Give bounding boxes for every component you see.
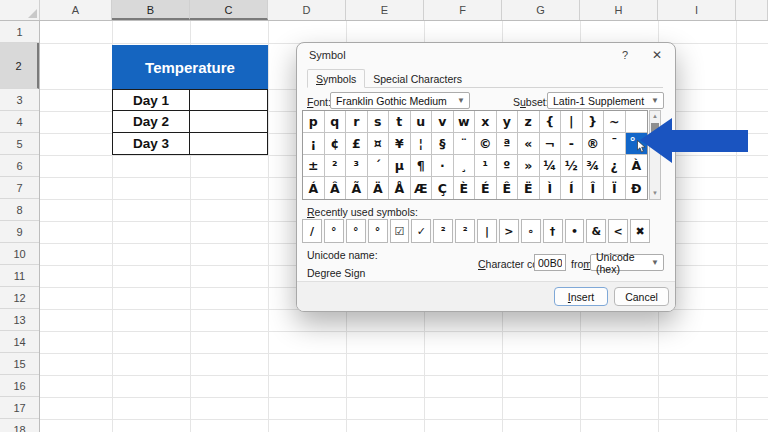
symbol-cell[interactable]: t	[389, 111, 411, 133]
table-header-cell[interactable]: Temperature	[112, 45, 268, 89]
symbol-cell[interactable]: |	[561, 111, 583, 133]
scrollbar-thumb[interactable]	[651, 123, 659, 145]
symbol-cell[interactable]: Á	[303, 177, 325, 199]
scroll-down-icon[interactable]: ▼	[650, 189, 660, 198]
symbol-cell[interactable]: ¶	[411, 155, 433, 177]
column-header[interactable]	[736, 0, 768, 20]
cancel-button[interactable]: Cancel	[614, 287, 669, 306]
insert-button[interactable]: Insert	[554, 287, 608, 306]
symbol-cell[interactable]: Ë	[518, 177, 540, 199]
symbol-cell[interactable]: É	[475, 177, 497, 199]
symbol-cell[interactable]: ¡	[303, 133, 325, 155]
symbol-cell[interactable]: ¢	[325, 133, 347, 155]
from-dropdown[interactable]: Unicode (hex) ▼	[590, 254, 664, 271]
character-code-input[interactable]	[534, 254, 566, 271]
scroll-up-icon[interactable]: ▲	[650, 112, 660, 121]
symbol-cell[interactable]: Ç	[432, 177, 454, 199]
help-icon[interactable]: ?	[617, 47, 633, 63]
symbol-cell[interactable]: ª	[497, 133, 519, 155]
row-header[interactable]: 11	[0, 265, 39, 287]
symbol-cell[interactable]: Í	[561, 177, 583, 199]
symbol-cell[interactable]: ´	[368, 155, 390, 177]
tab-symbols[interactable]: Symbols	[307, 69, 365, 88]
symbol-cell[interactable]: ®	[583, 133, 605, 155]
column-header[interactable]: G	[502, 0, 580, 20]
symbol-cell[interactable]: ½	[561, 155, 583, 177]
symbol-cell[interactable]: Ã	[346, 177, 368, 199]
symbol-cell[interactable]: ²	[325, 155, 347, 177]
row-header[interactable]: 3	[0, 89, 39, 111]
symbol-cell[interactable]: Å	[389, 177, 411, 199]
symbol-cell[interactable]: s	[368, 111, 390, 133]
symbol-cell[interactable]: ¹	[475, 155, 497, 177]
recent-symbol-cell[interactable]: &	[586, 219, 606, 243]
symbol-cell[interactable]: w	[454, 111, 476, 133]
recent-symbol-cell[interactable]: /	[302, 219, 322, 243]
table-row-label[interactable]: Day 1	[113, 90, 190, 111]
tab-special-characters[interactable]: Special Characters	[365, 70, 470, 87]
symbol-cell[interactable]: Î	[583, 177, 605, 199]
symbol-cell[interactable]: ¼	[540, 155, 562, 177]
column-header[interactable]: I	[658, 0, 736, 20]
symbol-cell[interactable]: }	[583, 111, 605, 133]
symbol-cell[interactable]: Ï	[604, 177, 626, 199]
row-header[interactable]: 4	[0, 111, 39, 133]
symbol-cell[interactable]: ¬	[540, 133, 562, 155]
symbol-cell[interactable]: ¨	[454, 133, 476, 155]
recent-symbol-cell[interactable]: |	[477, 219, 497, 243]
symbol-cell[interactable]: p	[303, 111, 325, 133]
table-row-label[interactable]: Day 2	[113, 111, 190, 132]
row-header[interactable]: 17	[0, 397, 39, 419]
symbol-cell[interactable]	[626, 111, 648, 133]
symbol-cell[interactable]: Ð	[626, 177, 648, 199]
recent-symbol-cell[interactable]: ✖	[630, 219, 650, 243]
recent-symbol-cell[interactable]: ∘	[521, 219, 541, 243]
symbol-cell[interactable]: ¿	[604, 155, 626, 177]
close-icon[interactable]: ✕	[649, 47, 665, 63]
symbol-cell[interactable]: ¸	[454, 155, 476, 177]
row-header[interactable]: 9	[0, 221, 39, 243]
symbol-cell[interactable]: ©	[475, 133, 497, 155]
recent-symbol-cell[interactable]: ²	[433, 219, 453, 243]
column-header[interactable]: C	[190, 0, 268, 20]
column-header[interactable]: F	[424, 0, 502, 20]
select-all-corner[interactable]	[0, 0, 40, 20]
column-header[interactable]: B	[112, 0, 190, 20]
recent-symbol-cell[interactable]: ²	[455, 219, 475, 243]
symbol-cell-selected[interactable]: °	[626, 133, 648, 155]
symbol-cell[interactable]: z	[518, 111, 540, 133]
column-header[interactable]: A	[40, 0, 112, 20]
symbol-cell[interactable]: Â	[325, 177, 347, 199]
recent-symbol-cell[interactable]: >	[499, 219, 519, 243]
recent-symbol-cell[interactable]: <	[608, 219, 628, 243]
recent-symbol-cell[interactable]: ✓	[411, 219, 431, 243]
symbol-cell[interactable]: ¾	[583, 155, 605, 177]
row-header[interactable]: 13	[0, 309, 39, 331]
row-header[interactable]: 14	[0, 331, 39, 353]
column-header[interactable]: H	[580, 0, 658, 20]
table-cell-empty[interactable]	[190, 133, 267, 154]
column-header[interactable]: D	[268, 0, 346, 20]
symbol-cell[interactable]: Ì	[540, 177, 562, 199]
row-header[interactable]: 10	[0, 243, 39, 265]
table-cell-empty[interactable]	[190, 90, 267, 111]
row-header[interactable]: 18	[0, 419, 39, 432]
symbol-cell[interactable]: ±	[303, 155, 325, 177]
symbol-cell[interactable]: º	[497, 155, 519, 177]
symbol-grid-scrollbar[interactable]: ▲ ▼	[649, 110, 661, 200]
recent-symbol-cell[interactable]: °	[324, 219, 344, 243]
symbol-cell[interactable]: u	[411, 111, 433, 133]
row-header[interactable]: 8	[0, 199, 39, 221]
row-header[interactable]: 15	[0, 353, 39, 375]
symbol-cell[interactable]: r	[346, 111, 368, 133]
symbol-cell[interactable]: §	[432, 133, 454, 155]
row-header[interactable]: 2	[0, 43, 39, 89]
font-dropdown[interactable]: Franklin Gothic Medium ▼	[330, 92, 470, 109]
symbol-cell[interactable]: y	[497, 111, 519, 133]
symbol-cell[interactable]: Ä	[368, 177, 390, 199]
symbol-cell[interactable]: À	[626, 155, 648, 177]
subset-dropdown[interactable]: Latin-1 Supplement ▼	[547, 92, 664, 109]
row-header[interactable]: 6	[0, 155, 39, 177]
symbol-cell[interactable]: ³	[346, 155, 368, 177]
symbol-cell[interactable]: v	[432, 111, 454, 133]
